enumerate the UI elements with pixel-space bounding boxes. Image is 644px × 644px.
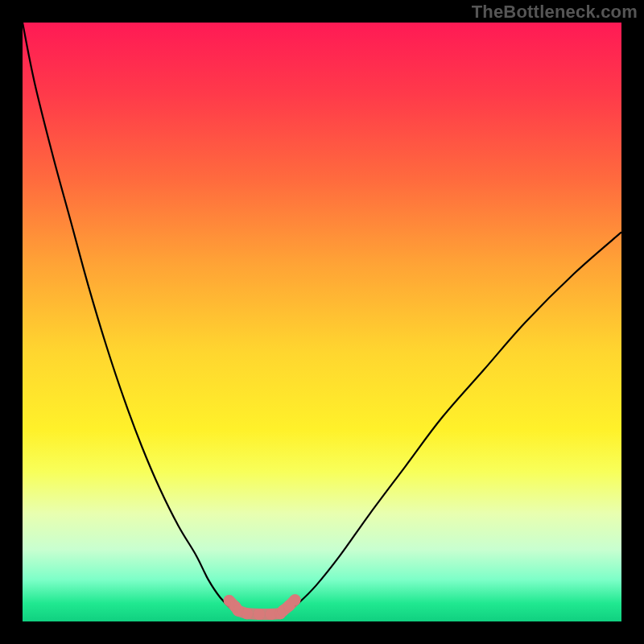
curve-right — [286, 232, 621, 612]
watermark-text: TheBottleneck.com — [472, 2, 638, 23]
plot-area — [23, 23, 621, 621]
highlight-dot — [290, 594, 301, 605]
highlight-dot — [242, 608, 253, 619]
highlight-group — [224, 594, 301, 620]
curve-layer — [23, 23, 621, 621]
curve-left — [23, 23, 238, 613]
curve-group — [23, 23, 621, 613]
chart-frame: TheBottleneck.com — [0, 0, 644, 644]
highlight-dot — [254, 609, 265, 620]
